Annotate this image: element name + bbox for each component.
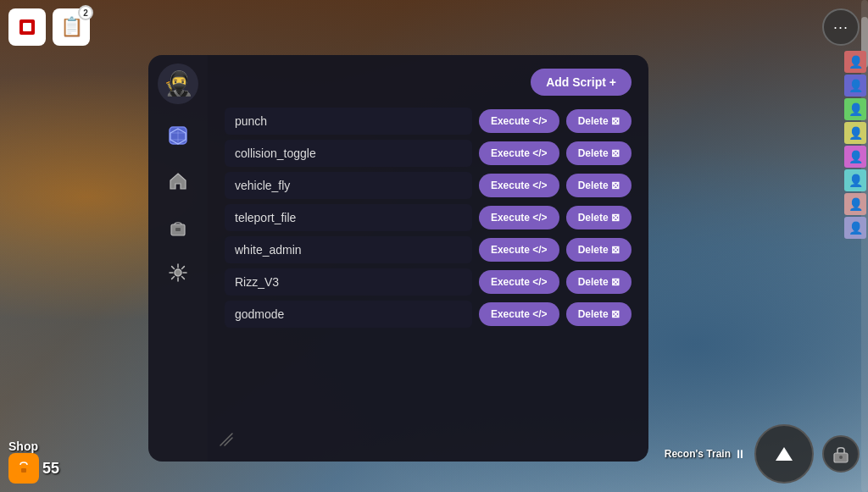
top-right-controls: ···	[822, 8, 860, 46]
execute-button[interactable]: Execute </>	[479, 141, 559, 165]
execute-button[interactable]: Execute </>	[479, 270, 559, 294]
shop-icon[interactable]	[8, 453, 39, 484]
nav-avatar: 🥷	[158, 64, 198, 104]
sidebar-nav: 🥷	[148, 55, 208, 462]
table-row: collision_toggle Execute </> Delete ⊠	[225, 140, 632, 167]
list-item: 👤	[844, 146, 866, 168]
panel-header: Add Script +	[225, 69, 632, 96]
execute-button[interactable]: Execute </>	[479, 238, 559, 262]
delete-button[interactable]: Delete ⊠	[566, 174, 632, 197]
notification-button[interactable]: 📋 2	[53, 8, 90, 46]
notification-badge: 2	[78, 5, 93, 20]
resize-handle[interactable]	[218, 431, 235, 451]
sidebar-item-cube[interactable]	[159, 116, 198, 155]
execute-button[interactable]: Execute </>	[479, 109, 559, 133]
list-item: 👤	[844, 193, 866, 215]
list-item: 👤	[844, 75, 866, 97]
svg-point-10	[839, 456, 843, 459]
table-row: godmode Execute </> Delete ⊠	[225, 301, 632, 328]
script-name: teleport_file	[225, 204, 472, 231]
add-script-button[interactable]: Add Script +	[531, 69, 632, 96]
list-item: 👤	[844, 122, 866, 144]
lock-button[interactable]	[822, 435, 860, 473]
pause-icon: ⏸	[734, 447, 746, 461]
script-name: Rizz_V3	[225, 268, 472, 296]
execute-button[interactable]: Execute </>	[479, 302, 559, 326]
player-list: 👤 👤 👤 👤 👤 👤 👤 👤	[844, 51, 868, 239]
shop-area: Shop 55	[8, 439, 59, 484]
delete-button[interactable]: Delete ⊠	[566, 302, 632, 326]
script-list: punch Execute </> Delete ⊠ collision_tog…	[225, 108, 632, 328]
shop-count: 55	[42, 460, 59, 478]
delete-button[interactable]: Delete ⊠	[566, 206, 632, 229]
execute-button[interactable]: Execute </>	[479, 206, 559, 229]
options-button[interactable]: ···	[822, 8, 860, 46]
shop-label: Shop	[8, 439, 38, 453]
list-item: 👤	[844, 51, 866, 73]
delete-button[interactable]: Delete ⊠	[566, 270, 632, 294]
script-name: collision_toggle	[225, 140, 472, 167]
bottom-right-controls: Recon's Train ⏸	[665, 424, 860, 484]
svg-rect-5	[175, 228, 181, 231]
table-row: vehicle_fly Execute </> Delete ⊠	[225, 172, 632, 199]
table-row: teleport_file Execute </> Delete ⊠	[225, 204, 632, 231]
svg-point-6	[175, 269, 181, 276]
table-row: Rizz_V3 Execute </> Delete ⊠	[225, 268, 632, 296]
script-name: vehicle_fly	[225, 172, 472, 199]
list-item: 👤	[844, 169, 866, 191]
svg-rect-8	[21, 468, 26, 473]
script-name: white_admin	[225, 236, 472, 263]
sidebar-item-home[interactable]	[159, 162, 198, 201]
table-row: white_admin Execute </> Delete ⊠	[225, 236, 632, 263]
notification-icon: 📋	[60, 16, 83, 38]
list-item: 👤	[844, 98, 866, 120]
delete-button[interactable]: Delete ⊠	[566, 238, 632, 262]
list-item: 👤	[844, 217, 866, 239]
svg-rect-2	[23, 23, 31, 31]
sidebar-item-shop[interactable]	[159, 207, 198, 246]
recon-train-label: Recon's Train	[665, 448, 731, 460]
script-panel: Add Script + punch Execute </> Delete ⊠ …	[208, 55, 648, 462]
avatar-icon: 🥷	[164, 72, 193, 96]
script-name: godmode	[225, 301, 472, 328]
move-up-button[interactable]	[754, 424, 814, 484]
script-name: punch	[225, 108, 472, 135]
roblox-logo[interactable]	[8, 8, 46, 46]
table-row: punch Execute </> Delete ⊠	[225, 108, 632, 135]
sidebar-item-settings[interactable]	[159, 253, 198, 292]
delete-button[interactable]: Delete ⊠	[566, 141, 632, 165]
delete-button[interactable]: Delete ⊠	[566, 109, 632, 133]
top-left-controls: 📋 2	[8, 8, 90, 46]
execute-button[interactable]: Execute </>	[479, 174, 559, 197]
